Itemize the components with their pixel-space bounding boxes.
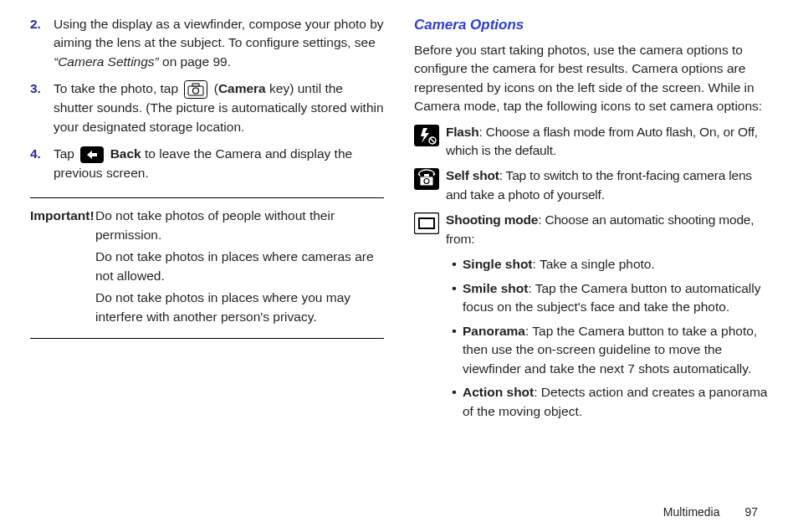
- shooting-mode-icon: [414, 211, 446, 248]
- important-body: Do not take photos of people without the…: [95, 207, 384, 330]
- svg-rect-10: [424, 174, 429, 176]
- option-label: Shooting mode: [446, 212, 538, 227]
- camera-icon: [184, 80, 207, 99]
- bullet-text: Panorama: Tap the Camera button to take …: [463, 322, 768, 378]
- bullet-icon: •: [446, 255, 463, 274]
- flash-icon: [414, 123, 446, 161]
- svg-rect-9: [420, 176, 433, 186]
- back-icon: [80, 146, 104, 163]
- bullet-text: Smile shot: Tap the Camera button to aut…: [463, 279, 768, 317]
- bullet-text: Single shot: Take a single photo.: [463, 255, 768, 274]
- mode-label: Smile shot: [463, 281, 528, 295]
- bullet-icon: •: [446, 383, 463, 421]
- step-number: 3.: [30, 79, 54, 136]
- intro-paragraph: Before you start taking photos, use the …: [414, 41, 768, 116]
- step-text: To take the photo, tap: [54, 81, 182, 95]
- option-label: Self shot: [446, 168, 499, 182]
- manual-page: 2. Using the display as a viewfinder, co…: [0, 0, 798, 532]
- mode-label: Action shot: [463, 385, 534, 399]
- bullet-text: Action shot: Detects action and creates …: [463, 383, 768, 421]
- left-column: 2. Using the display as a viewfinder, co…: [30, 15, 399, 522]
- svg-rect-2: [192, 84, 199, 86]
- important-line: Do not take photos in places where you m…: [95, 289, 384, 326]
- important-line: Do not take photos of people without the…: [95, 207, 384, 244]
- divider: [30, 338, 384, 339]
- camera-key: Camera: [218, 81, 266, 95]
- step-4: 4. Tap Back to leave the Camera and disp…: [30, 145, 384, 182]
- important-note: Important! Do not take photos of people …: [30, 207, 384, 330]
- option-label: Flash: [446, 125, 478, 139]
- step-number: 4.: [30, 145, 54, 182]
- option-shooting-mode: Shooting mode: Choose an automatic shoot…: [414, 211, 768, 248]
- svg-rect-16: [420, 219, 433, 228]
- page-footer: Multimedia 97: [0, 505, 798, 519]
- back-key: Back: [110, 146, 141, 161]
- mode-label: Single shot: [463, 257, 533, 271]
- step-number: 2.: [30, 15, 54, 71]
- option-self-shot: Self shot: Tap to switch to the front-fa…: [414, 166, 768, 204]
- option-flash: Flash: Choose a flash mode from Auto fla…: [414, 123, 768, 161]
- section-heading: Camera Options: [414, 15, 768, 36]
- list-item: • Action shot: Detects action and create…: [446, 383, 768, 421]
- option-text: Flash: Choose a flash mode from Auto fla…: [446, 123, 768, 161]
- bullet-icon: •: [446, 279, 463, 317]
- divider: [30, 197, 384, 198]
- bullet-icon: •: [446, 322, 463, 378]
- option-text: Self shot: Tap to switch to the front-fa…: [446, 166, 768, 204]
- list-item: • Smile shot: Tap the Camera button to a…: [446, 279, 768, 317]
- option-text: Shooting mode: Choose an automatic shoot…: [446, 211, 768, 248]
- mode-label: Panorama: [463, 324, 525, 338]
- step-text: Using the display as a viewfinder, compo…: [54, 17, 384, 49]
- self-shot-icon: [414, 166, 446, 204]
- option-desc: : Choose a flash mode from Auto flash, O…: [446, 125, 758, 157]
- step-3: 3. To take the photo, tap (Camera key) u…: [30, 79, 384, 136]
- list-item: • Panorama: Tap the Camera button to tak…: [446, 322, 768, 378]
- shooting-mode-list: • Single shot: Take a single photo. • Sm…: [414, 255, 768, 426]
- mode-desc: : Take a single photo.: [533, 257, 655, 271]
- page-number: 97: [744, 505, 758, 519]
- step-body: Tap Back to leave the Camera and display…: [54, 145, 384, 182]
- step-body: Using the display as a viewfinder, compo…: [54, 15, 384, 71]
- important-label: Important!: [30, 207, 95, 330]
- step-text-tail: on page 99.: [159, 54, 231, 69]
- step-body: To take the photo, tap (Camera key) unti…: [54, 79, 384, 136]
- footer-section: Multimedia: [663, 505, 720, 519]
- list-item: • Single shot: Take a single photo.: [446, 255, 768, 274]
- page-reference: “Camera Settings”: [54, 54, 159, 69]
- step-text: Tap: [54, 146, 78, 161]
- step-2: 2. Using the display as a viewfinder, co…: [30, 15, 384, 71]
- right-column: Camera Options Before you start taking p…: [399, 15, 768, 522]
- important-line: Do not take photos in places where camer…: [95, 248, 384, 285]
